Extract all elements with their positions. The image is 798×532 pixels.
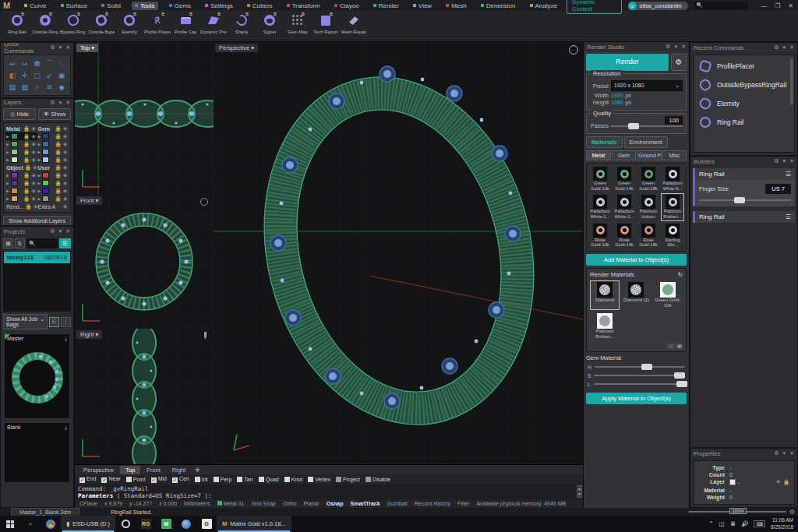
osnap-perp[interactable]: Perp (214, 477, 232, 482)
viewport-front-label[interactable]: Front ▾ (76, 196, 102, 205)
render-material-platinum[interactable]: Platinum Ruthen... (590, 312, 620, 341)
toggle-smarttrack[interactable]: SmartTrack (350, 501, 380, 506)
lock-icon[interactable]: 🔒 (55, 188, 61, 194)
tool-signet[interactable]: BSignet (257, 12, 282, 34)
lock-icon[interactable]: 🔒 (25, 164, 31, 171)
render-material-diamond-1[interactable]: Diamond (1) (621, 280, 651, 310)
maximize-button[interactable]: ❐ (775, 2, 780, 9)
osnap-cen[interactable]: ✓Cen (172, 476, 189, 483)
layer-row[interactable]: ▶🔒👁 (37, 132, 69, 140)
close-button[interactable]: ✕ (788, 2, 793, 9)
recent-command-ringrail[interactable]: Ring Rail (694, 113, 794, 132)
builder-card-ring-rail-collapsed[interactable]: Ring Rail☰ (693, 211, 795, 223)
toggle-ortho[interactable]: Ortho (283, 501, 297, 506)
tray-display-icon[interactable]: 🖥 (730, 520, 736, 527)
menu-mesh[interactable]: Mesh (443, 2, 470, 10)
material-swatch[interactable]: SterlingSilv... (661, 222, 684, 249)
quality-value[interactable]: 100 (665, 116, 683, 125)
minimize-button[interactable]: — (761, 2, 767, 9)
render-settings-button[interactable]: ⚙ (671, 54, 687, 71)
export-icon[interactable]: ⤓ (65, 425, 67, 431)
sphere-icon[interactable] (176, 516, 196, 532)
recent-command-profileplacer[interactable]: ProfilePlacer (694, 57, 794, 76)
new-jobbag-button[interactable]: ⎘ (49, 317, 59, 327)
material-swatch[interactable]: GreenGold-18k (637, 165, 660, 192)
layer-swatch[interactable] (42, 188, 49, 194)
layer-row-rendering[interactable]: Rend...🔒👁 (5, 203, 37, 210)
tool-tech-report[interactable]: BTech Report (313, 12, 338, 34)
quick-command-icon[interactable]: ≋ (44, 82, 55, 92)
layer-row[interactable]: ▶🔒👁 (5, 179, 37, 187)
layer-swatch[interactable] (42, 157, 49, 163)
command-scrollbar[interactable]: ▲▼ (577, 485, 582, 498)
collapse-icon[interactable]: ▾ (59, 100, 62, 106)
tray-image-icon[interactable]: ◫ (719, 520, 724, 527)
prop-layer-value[interactable]: -👁🔒 (729, 479, 789, 485)
menu-dimension[interactable]: Dimension (478, 2, 519, 10)
lock-icon[interactable]: 🔒 (23, 125, 30, 132)
menu-icon[interactable]: ☰ (786, 213, 791, 220)
dynamic-context-button[interactable]: Dynamic Context (567, 0, 622, 14)
width-value[interactable]: 1920 (611, 93, 623, 98)
material-swatch[interactable]: PalladiumWhite S... (661, 165, 684, 192)
menu-cutters[interactable]: Cutters (244, 2, 276, 10)
export-icon[interactable]: ⤓ (65, 336, 67, 342)
layer-swatch[interactable] (11, 172, 18, 178)
collapse-icon[interactable]: ▾ (783, 450, 786, 456)
zoom-value[interactable]: 100% (729, 508, 746, 514)
lock-icon[interactable]: 🔒 (55, 164, 61, 171)
osnap-tan[interactable]: Tan (237, 477, 252, 482)
render-material-diamond[interactable]: Diamond (590, 280, 620, 310)
layer-swatch[interactable] (42, 141, 49, 147)
collapse-icon[interactable]: ▾ (783, 44, 786, 51)
quick-command-icon[interactable]: ⛃ (32, 58, 43, 69)
eye-icon[interactable]: 👁 (63, 196, 69, 202)
viewport-top[interactable]: Top ▾ (75, 42, 213, 195)
menu-surface[interactable]: Surface (58, 2, 91, 10)
jobbag-card-blank[interactable]: Blank⤓ (4, 422, 70, 483)
quick-command-icon[interactable]: ▨ (19, 82, 30, 92)
projects-search-input[interactable]: 🔍 (26, 238, 58, 248)
menu-transform[interactable]: Transform (284, 2, 323, 10)
material-swatch[interactable]: PalladiumWhite-1... (588, 193, 612, 220)
viewport-perspective[interactable]: Perspective ▾ (214, 42, 583, 464)
tab-environment[interactable]: Environment (624, 136, 668, 148)
osnap-project[interactable]: Project (336, 477, 360, 482)
job-bags-dropdown[interactable]: Show All Job Bags⌄ (3, 314, 48, 329)
lock-icon[interactable]: 🔒 (23, 157, 30, 163)
menu-analyze[interactable]: Analyze (527, 2, 560, 10)
eye-icon[interactable]: 👁 (63, 181, 69, 186)
layer-row[interactable]: ▶🔒👁 (5, 140, 37, 148)
tool-eternity[interactable]: BEternity (117, 12, 142, 34)
tray-speaker-icon[interactable]: 🔊 (741, 520, 748, 527)
tab-top[interactable]: Top (120, 466, 140, 474)
layer-row[interactable]: ▶🔒👁 (5, 195, 37, 203)
material-swatch[interactable]: PlatinumIridium (637, 193, 660, 220)
lock-icon[interactable]: 🔒 (55, 172, 61, 178)
eye-icon[interactable]: 👁 (63, 173, 69, 178)
lock-icon[interactable]: 🔒 (55, 157, 61, 163)
layer-row[interactable]: ▶🔒👁 (5, 132, 37, 140)
height-value[interactable]: 1080 (611, 100, 623, 105)
material-swatch[interactable]: RoseGold-10k (588, 222, 612, 249)
recent-command-outsidebypassringrail[interactable]: OutsideBypassRingRail (694, 76, 794, 94)
tool-outside-ring-rail[interactable]: BOutside Ring Rail (33, 12, 58, 34)
passes-slider[interactable] (611, 125, 683, 127)
layer-swatch[interactable] (42, 172, 49, 178)
eye-icon[interactable]: 👁 (31, 142, 37, 147)
eye-icon[interactable]: 👁 (31, 150, 37, 155)
matrix-icon[interactable]: M (156, 516, 176, 532)
layer-swatch[interactable] (42, 149, 49, 155)
search-input[interactable]: 🔍 (694, 2, 749, 9)
collapse-icon[interactable]: ▾ (675, 44, 678, 50)
osnap-end[interactable]: ✓End (79, 476, 96, 483)
close-icon[interactable]: ✕ (65, 44, 70, 51)
close-icon[interactable]: ✕ (681, 44, 686, 50)
eye-icon[interactable]: 👁 (63, 126, 69, 132)
tab-materials[interactable]: Materials (586, 136, 623, 148)
lock-icon[interactable]: 🔒 (55, 149, 61, 155)
resolution-preset-dropdown[interactable]: 1920 x 1080⌄ (611, 80, 683, 91)
apply-material-button[interactable]: Apply Material to Object(s) (586, 393, 687, 404)
menu-curve[interactable]: Curve (21, 2, 49, 10)
taskbar-explorer-button[interactable]: ▮ESD-USB (D:) (61, 516, 115, 532)
